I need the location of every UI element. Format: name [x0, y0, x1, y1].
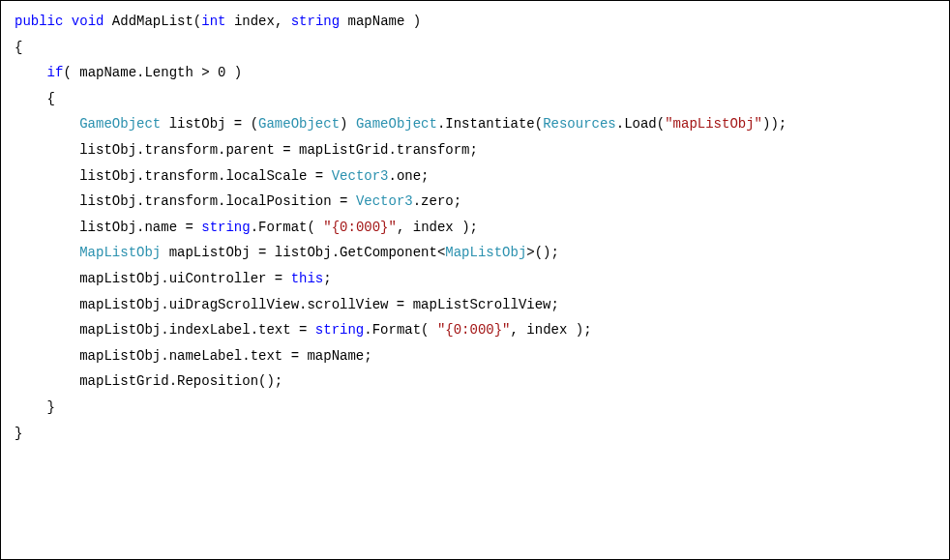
code-line: mapListObj.uiController = this;	[15, 266, 935, 292]
code-line: {	[15, 86, 935, 112]
code-line: if( mapName.Length > 0 )	[15, 60, 935, 86]
code-line: mapListObj.uiDragScrollView.scrollView =…	[15, 292, 935, 318]
code-line: listObj.transform.parent = mapListGrid.t…	[15, 137, 935, 163]
code-line: listObj.transform.localScale = Vector3.o…	[15, 163, 935, 190]
code-line: }	[15, 395, 935, 421]
code-line: GameObject listObj = (GameObject) GameOb…	[15, 111, 935, 137]
code-line: }	[15, 421, 935, 447]
code-line: mapListGrid.Reposition();	[15, 368, 935, 395]
code-block: public void AddMapList(int index, string…	[0, 0, 950, 560]
code-line: mapListObj.nameLabel.text = mapName;	[15, 343, 935, 369]
code-line: mapListObj.indexLabel.text = string.Form…	[15, 317, 935, 343]
code-line: listObj.name = string.Format( "{0:000}",…	[15, 215, 935, 241]
code-line: listObj.transform.localPosition = Vector…	[15, 189, 935, 215]
code-line: public void AddMapList(int index, string…	[15, 9, 935, 35]
code-line: {	[15, 35, 935, 61]
code-line: MapListObj mapListObj = listObj.GetCompo…	[15, 240, 935, 266]
